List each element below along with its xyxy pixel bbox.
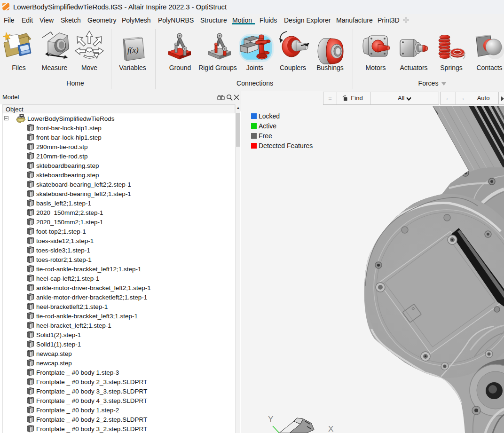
svg-text:Y: Y xyxy=(268,415,273,424)
svg-text:X: X xyxy=(328,425,333,433)
svg-text:f(x): f(x) xyxy=(127,46,139,55)
